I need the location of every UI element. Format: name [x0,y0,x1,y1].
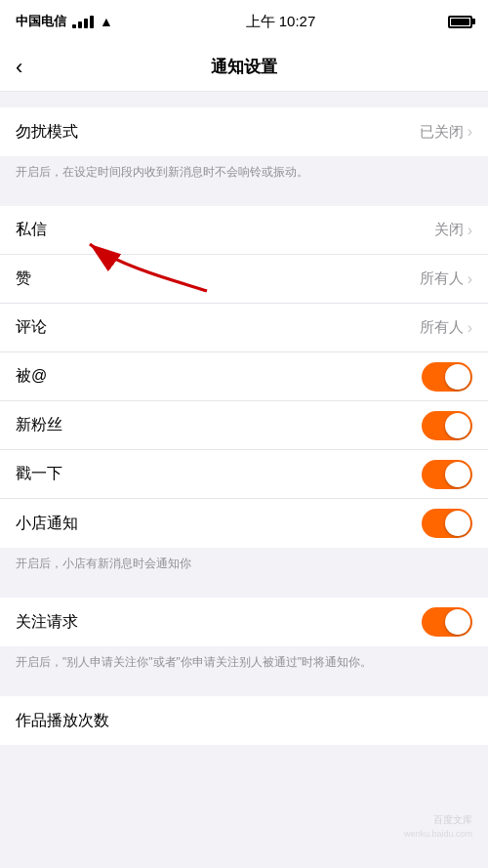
row-zhan[interactable]: 戳一下 [0,450,488,499]
shop-notify-label: 小店通知 [16,514,422,534]
section-follow: 关注请求 [0,598,488,646]
row-dm[interactable]: 私信 关闭 › [0,206,488,255]
row-play-count[interactable]: 作品播放次数 [0,696,488,745]
back-button[interactable]: ‹ [16,55,22,80]
follow-request-label: 关注请求 [16,612,422,633]
chevron-icon: › [468,319,472,337]
carrier-label: 中国电信 [16,13,66,30]
like-value: 所有人 › [420,269,472,288]
toggle-knob [445,511,470,536]
row-at[interactable]: 被@ [0,352,488,401]
like-label: 赞 [16,269,420,289]
watermark-text: 百度文库 [404,813,472,827]
play-count-label: 作品播放次数 [16,711,472,731]
follow-description: 开启后，"别人申请关注你"或者"你申请关注别人被通过"时将通知你。 [0,646,488,681]
row-shop-notify[interactable]: 小店通知 [0,499,488,548]
content-area: 勿扰模式 已关闭 › 开启后，在设定时间段内收到新消息时不会响铃或振动。 私信 … [0,107,488,745]
chevron-icon: › [468,222,472,239]
comment-value: 所有人 › [420,318,472,337]
chevron-icon: › [468,270,472,288]
at-label: 被@ [16,366,422,387]
new-fans-label: 新粉丝 [16,415,422,435]
row-new-fans[interactable]: 新粉丝 [0,401,488,450]
new-fans-toggle[interactable] [422,411,472,440]
row-follow-request[interactable]: 关注请求 [0,598,488,646]
row-comment[interactable]: 评论 所有人 › [0,304,488,352]
row-like[interactable]: 赞 所有人 › [0,255,488,304]
at-toggle[interactable] [422,362,472,392]
chevron-icon: › [468,123,472,141]
toggle-knob [445,364,470,390]
status-right [448,16,472,28]
section-social: 私信 关闭 › 赞 所有人 › [0,206,488,548]
toggle-knob [445,413,470,438]
battery-icon [448,16,472,28]
section-dnd: 勿扰模式 已关闭 › [0,107,488,156]
signal-icon [72,16,94,28]
comment-label: 评论 [16,317,420,338]
dnd-description: 开启后，在设定时间段内收到新消息时不会响铃或振动。 [0,156,488,190]
dnd-mode-label: 勿扰模式 [16,122,420,143]
dm-value: 关闭 › [434,221,472,239]
zhan-label: 戳一下 [16,464,422,484]
dm-label: 私信 [16,220,434,240]
row-dnd-mode[interactable]: 勿扰模式 已关闭 › [0,107,488,156]
shop-notify-toggle[interactable] [422,509,472,538]
back-chevron-icon: ‹ [16,55,22,80]
wifi-icon: ▲ [100,14,113,29]
battery-fill [451,19,469,25]
watermark-domain: wenku.baidu.com [404,829,472,839]
watermark: 百度文库 wenku.baidu.com [404,813,472,839]
nav-bar: ‹ 通知设置 [0,43,488,92]
shop-description: 开启后，小店有新消息时会通知你 [0,548,488,582]
status-bar: 中国电信 ▲ 上午 10:27 [0,0,488,43]
toggle-knob [445,462,470,487]
follow-request-toggle[interactable] [422,607,472,637]
toggle-knob [445,609,470,635]
status-left: 中国电信 ▲ [16,13,113,30]
page-title: 通知设置 [211,56,277,78]
zhan-toggle[interactable] [422,460,472,489]
section-plays: 作品播放次数 [0,696,488,745]
dnd-mode-value: 已关闭 › [420,123,472,142]
status-time: 上午 10:27 [246,13,316,31]
